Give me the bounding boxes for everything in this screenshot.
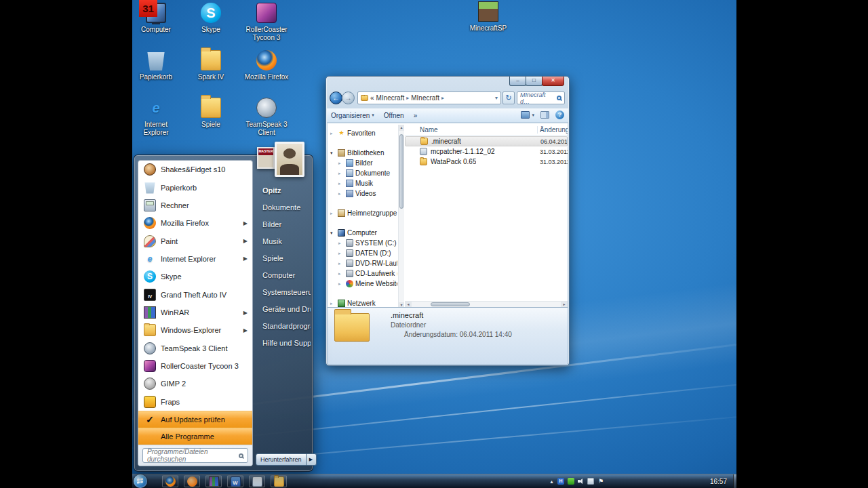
nav-item-drive-e[interactable]: DVD-RW-Laufwerk (E: — [328, 258, 397, 268]
nav-item-videos[interactable]: Videos — [328, 188, 397, 199]
column-modified[interactable]: Änderungsdatum — [540, 126, 568, 134]
breadcrumb-overflow[interactable]: « — [370, 94, 374, 102]
maximize-button[interactable]: □ — [526, 77, 542, 86]
start-menu-item-rechner[interactable]: Rechner — [138, 197, 252, 214]
start-menu-item-gta-iv[interactable]: Grand Theft Auto IV — [138, 286, 252, 304]
start-menu-link-standardprogramme[interactable]: Standardprogramme — [254, 318, 311, 335]
expander-icon[interactable] — [330, 301, 336, 306]
start-menu-item-winrar[interactable]: WinRAR ▶ — [138, 304, 252, 321]
desktop-icon-skype[interactable]: Skype — [186, 3, 235, 47]
breadcrumb-separator[interactable]: ▸ — [441, 95, 444, 101]
expander-icon[interactable] — [338, 161, 344, 166]
show-desktop-button[interactable] — [733, 474, 736, 488]
expander-icon[interactable] — [338, 281, 344, 287]
start-menu-item-paint[interactable]: Paint ▶ — [138, 232, 252, 249]
start-menu-item-windows-explorer[interactable]: Windows-Explorer ▶ — [138, 321, 252, 339]
taskbar-button-app-window[interactable] — [249, 475, 265, 487]
scrollbar-thumb[interactable] — [431, 302, 470, 306]
start-menu-link-computer[interactable]: Computer — [254, 267, 311, 284]
start-menu-link-geraete-drucker[interactable]: Geräte und Drucker — [254, 301, 311, 318]
breadcrumb-separator[interactable]: ▸ — [406, 95, 409, 101]
desktop-icon-rollercoaster-tycoon[interactable]: RollerCoaster Tycoon 3 — [242, 3, 291, 47]
expander-icon[interactable] — [330, 150, 336, 156]
start-menu-item-gimp[interactable]: GIMP 2 — [138, 375, 252, 392]
user-name-link[interactable]: Opitz — [254, 182, 311, 199]
start-menu-link-hilfe[interactable]: Hilfe und Support — [254, 335, 311, 352]
file-row-mcpatcher[interactable]: mcpatcher-1.1.12_02 31.03.2011 — [405, 146, 568, 157]
desktop-icon-firefox[interactable]: Mozilla Firefox — [242, 50, 291, 95]
column-name[interactable]: Name — [420, 126, 438, 134]
taskbar-button-firefox[interactable] — [162, 475, 178, 487]
desktop-icon-minecraftsp[interactable]: MinecraftSP — [464, 1, 513, 46]
expander-icon[interactable] — [338, 171, 344, 176]
nav-item-computer[interactable]: Computer — [328, 228, 397, 238]
tray-expand-icon[interactable]: ▲ — [549, 479, 554, 484]
desktop-icon-recycle-bin[interactable]: Papierkorb — [132, 50, 180, 95]
desktop-icon-internet-explorer[interactable]: Internet Explorer — [132, 98, 180, 142]
expander-icon[interactable] — [338, 261, 344, 266]
expander-icon[interactable] — [338, 191, 344, 197]
start-menu-item-internet-explorer[interactable]: Internet Explorer ▶ — [138, 250, 252, 268]
address-dropdown-icon[interactable]: ▾ — [495, 95, 498, 101]
start-menu-link-musik[interactable]: Musik — [254, 233, 311, 250]
start-menu-link-dokumente[interactable]: Dokumente — [254, 199, 311, 216]
desktop[interactable]: 31 Computer Skype RollerCoaster Tycoon 3… — [132, 0, 736, 488]
scroll-right-icon[interactable] — [561, 302, 568, 307]
breadcrumb-segment[interactable]: MInecraft — [411, 94, 439, 102]
views-button[interactable]: ▾ — [521, 111, 534, 119]
expander-icon[interactable] — [330, 211, 336, 216]
action-center-icon[interactable] — [597, 478, 604, 485]
refresh-button[interactable]: ↻ — [502, 92, 515, 104]
expander-icon[interactable] — [338, 251, 344, 256]
desktop-icon-spark-iv[interactable]: Spark IV — [186, 50, 235, 95]
minimize-button[interactable]: – — [509, 77, 526, 86]
toolbar-overflow-button[interactable]: » — [414, 112, 418, 119]
shutdown-options-arrow[interactable]: ▶ — [307, 453, 317, 466]
start-menu-item-teamspeak[interactable]: TeamSpeak 3 Client — [138, 340, 252, 357]
start-menu-link-systemsteuerung[interactable]: Systemsteuerung — [254, 284, 311, 301]
nav-item-pictures[interactable]: Bilder — [328, 158, 397, 168]
user-avatar[interactable] — [275, 142, 304, 177]
start-menu-item-check-updates[interactable]: Auf Updates prüfen — [138, 411, 252, 428]
nav-item-drive-d[interactable]: DATEN (D:) — [328, 248, 397, 258]
file-row-watapack[interactable]: WataPack 0.65 31.03.2011 — [405, 157, 568, 167]
all-programs-button[interactable]: Alle Programme — [138, 428, 252, 445]
scrollbar-thumb[interactable] — [399, 134, 403, 209]
file-list-scrollbar[interactable] — [405, 301, 568, 307]
start-menu-item-papierkorb[interactable]: Papierkorb — [138, 178, 252, 196]
start-menu-item-rollercoaster-tycoon[interactable]: RollerCoaster Tycoon 3 — [138, 357, 252, 375]
preview-pane-icon[interactable] — [540, 111, 549, 119]
expander-icon[interactable] — [330, 230, 336, 236]
start-menu-link-bilder[interactable]: Bilder — [254, 216, 311, 233]
shutdown-button[interactable]: Herunterfahren — [256, 453, 307, 466]
column-divider[interactable] — [537, 126, 538, 134]
start-menu-item-shakes-fidget[interactable]: Shakes&Fidget s10 — [138, 161, 252, 178]
volume-icon[interactable] — [578, 479, 584, 484]
start-menu-search-input[interactable]: Programme/Dateien durchsuchen — [142, 448, 248, 463]
expander-icon[interactable] — [338, 271, 344, 277]
start-menu-link-spiele[interactable]: Spiele — [254, 250, 311, 267]
nav-pane-scrollbar[interactable]: ▴ ▾ — [398, 125, 404, 308]
forward-button[interactable]: → — [342, 92, 355, 104]
tray-icon-green[interactable] — [568, 478, 574, 485]
nav-item-homegroup[interactable]: Heimnetzgruppe — [328, 208, 397, 218]
open-button[interactable]: Öffnen — [384, 112, 404, 119]
start-menu-item-fraps[interactable]: Fraps — [138, 393, 252, 411]
expander-icon[interactable] — [330, 131, 336, 136]
nav-item-music[interactable]: Musik — [328, 178, 397, 188]
explorer-search-input[interactable]: MInecraft d… — [517, 92, 565, 104]
help-button[interactable]: ? — [555, 110, 564, 119]
nav-item-libraries[interactable]: Bibliotheken — [328, 148, 397, 158]
address-bar[interactable]: « MInecraft ▸ MInecraft ▸ ▾ — [357, 92, 501, 104]
nav-item-drive-c[interactable]: SYSTEM (C:) — [328, 238, 397, 248]
tray-icon-h[interactable] — [557, 478, 564, 485]
nav-item-websites[interactable]: Meine Websites auf M — [328, 279, 397, 289]
organize-button[interactable]: Organisieren ▾ — [331, 112, 374, 119]
nav-item-favorites[interactable]: Favoriten — [328, 128, 397, 138]
nav-item-drive-g[interactable]: CD-Laufwerk (G:) — [328, 268, 397, 279]
taskbar-button-explorer[interactable] — [271, 475, 287, 487]
expander-icon[interactable] — [338, 241, 344, 246]
desktop-icon-spiele[interactable]: Spiele — [186, 98, 235, 142]
back-button[interactable]: ← — [330, 92, 342, 104]
file-row-minecraft[interactable]: .minecraft 06.04.2011 — [405, 136, 568, 146]
